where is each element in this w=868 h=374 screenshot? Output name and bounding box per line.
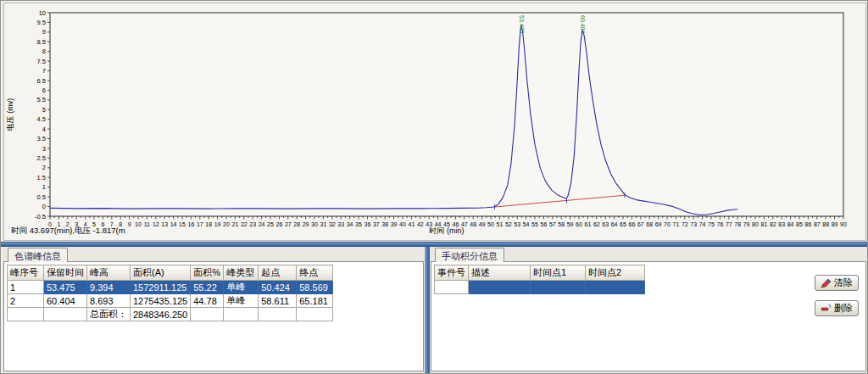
table-cell[interactable]: 58.611 — [259, 294, 297, 308]
manual-integration-table[interactable]: 事件号描述时间点1时间点2 — [434, 265, 645, 294]
table-row[interactable]: 260.4048.6931275435.12544.78单峰58.61165.1… — [8, 294, 333, 308]
x-tick-label: 86 — [805, 221, 812, 227]
plot-area[interactable] — [50, 13, 843, 216]
table-cell[interactable]: 单峰 — [224, 294, 259, 308]
y-tick-label: 6.5 — [37, 77, 46, 85]
y-tick-label: 1 — [42, 183, 46, 191]
x-tick-label: 31 — [320, 221, 327, 227]
x-tick-label: 53 — [514, 221, 520, 227]
column-header[interactable]: 终点 — [297, 265, 333, 281]
peak-retention-label: 60.404 — [580, 15, 586, 34]
table-cell[interactable]: 2 — [8, 294, 44, 308]
x-tick-label: 29 — [303, 221, 309, 227]
y-tick-label: 1.5 — [37, 174, 46, 181]
table-cell[interactable] — [44, 308, 87, 321]
x-tick-label: 57 — [549, 221, 556, 227]
x-tick-label: 60 — [576, 221, 582, 227]
y-tick-label: 7.5 — [37, 58, 46, 65]
clear-button[interactable]: 清除 — [815, 275, 859, 291]
table-cell[interactable]: 1572911.125 — [131, 281, 191, 294]
x-tick-label: 13 — [161, 221, 168, 227]
table-cell[interactable]: 60.404 — [44, 294, 87, 308]
tab-manual-integration[interactable]: 手动积分信息 — [435, 248, 504, 262]
x-tick-label: 54 — [523, 221, 530, 227]
x-tick-label: 48 — [470, 221, 476, 227]
column-header[interactable]: 峰高 — [87, 265, 131, 281]
x-tick-label: 41 — [409, 221, 415, 227]
x-tick-label: 89 — [832, 221, 838, 227]
y-tick-label: 0 — [42, 203, 46, 210]
chromatogram-chart[interactable]: 0123456789101112131415161718192021222324… — [4, 3, 865, 240]
column-header[interactable]: 峰序号 — [8, 265, 44, 281]
y-tick-label: 0.5 — [37, 193, 46, 201]
x-tick-label: 72 — [682, 221, 688, 227]
table-row[interactable]: 总面积：2848346.250 — [8, 308, 333, 321]
x-tick-label: 56 — [541, 221, 548, 227]
table-row[interactable] — [435, 281, 645, 294]
y-axis-title: 电压 (mv) — [6, 98, 14, 131]
column-header[interactable]: 事件号 — [435, 265, 469, 281]
column-header[interactable]: 面积% — [191, 265, 224, 281]
table-cell[interactable] — [469, 281, 531, 294]
table-cell[interactable]: 9.394 — [87, 281, 131, 294]
x-tick-label: 27 — [285, 221, 292, 227]
column-header[interactable]: 保留时间 — [44, 265, 87, 281]
pencil-eraser-icon — [821, 278, 832, 288]
table-cell[interactable]: 55.22 — [191, 281, 224, 294]
column-header[interactable]: 起点 — [259, 265, 297, 281]
peak-info-panel: 色谱峰信息 峰序号保留时间峰高面积(A)面积%峰类型起点终点153.4759.3… — [3, 248, 424, 371]
delete-button[interactable]: 删除 — [815, 300, 859, 316]
x-tick-label: 21 — [232, 221, 239, 227]
table-row[interactable]: 153.4759.3941572911.12555.22单峰50.42458.5… — [8, 281, 333, 294]
table-cell[interactable]: 8.693 — [87, 294, 131, 308]
vertical-splitter[interactable] — [425, 247, 430, 374]
table-cell[interactable]: 单峰 — [224, 281, 259, 294]
x-tick-label: 76 — [717, 221, 724, 227]
column-header[interactable]: 面积(A) — [131, 265, 191, 281]
column-header[interactable]: 时间点1 — [531, 265, 586, 281]
y-tick-label: 6 — [42, 87, 46, 94]
table-cell[interactable] — [224, 308, 259, 321]
table-cell[interactable]: 44.78 — [191, 294, 224, 308]
table-cell[interactable]: 总面积： — [87, 308, 131, 321]
y-tick-label: 3.5 — [37, 135, 46, 142]
y-tick-label: 2 — [42, 164, 46, 171]
x-tick-label: 63 — [602, 221, 609, 227]
table-cell[interactable]: 1275435.125 — [131, 294, 191, 308]
table-cell[interactable] — [191, 308, 224, 321]
table-cell[interactable] — [8, 308, 44, 321]
x-tick-label: 61 — [585, 221, 592, 227]
column-header[interactable]: 峰类型 — [224, 265, 259, 281]
tab-peak-info[interactable]: 色谱峰信息 — [8, 248, 68, 262]
x-tick-label: 62 — [593, 221, 600, 227]
x-tick-label: 12 — [153, 221, 159, 227]
x-tick-label: 24 — [259, 221, 265, 227]
x-tick-label: 50 — [487, 221, 494, 227]
column-header[interactable]: 描述 — [469, 265, 531, 281]
table-cell[interactable] — [531, 281, 586, 294]
table-cell[interactable] — [586, 281, 645, 294]
peak-table[interactable]: 峰序号保留时间峰高面积(A)面积%峰类型起点终点153.4759.3941572… — [7, 265, 333, 321]
manual-integration-body: 事件号描述时间点1时间点2 清除 删除 — [431, 261, 866, 371]
table-cell[interactable]: 50.424 — [259, 281, 297, 294]
column-header[interactable]: 时间点2 — [586, 265, 645, 281]
table-cell[interactable]: 58.569 — [297, 281, 333, 294]
x-tick-label: 66 — [629, 221, 636, 227]
table-cell[interactable]: 65.181 — [297, 294, 333, 308]
table-cell[interactable]: 53.475 — [44, 281, 87, 294]
table-cell[interactable] — [259, 308, 297, 321]
x-tick-label: 35 — [355, 221, 362, 227]
table-cell[interactable]: 2848346.250 — [131, 308, 191, 321]
table-cell[interactable] — [435, 281, 469, 294]
y-tick-label: 7 — [42, 67, 46, 75]
table-cell[interactable]: 1 — [8, 281, 44, 294]
table-cell[interactable] — [297, 308, 333, 321]
delete-button-label: 删除 — [834, 302, 853, 315]
x-tick-label: 83 — [778, 221, 785, 227]
x-tick-label: 26 — [276, 221, 283, 227]
x-tick-label: 19 — [214, 221, 221, 227]
x-tick-label: 32 — [329, 221, 336, 227]
horizontal-splitter[interactable] — [1, 242, 868, 247]
y-tick-label: 4.5 — [37, 115, 46, 123]
y-tick-label: 10 — [39, 9, 46, 17]
